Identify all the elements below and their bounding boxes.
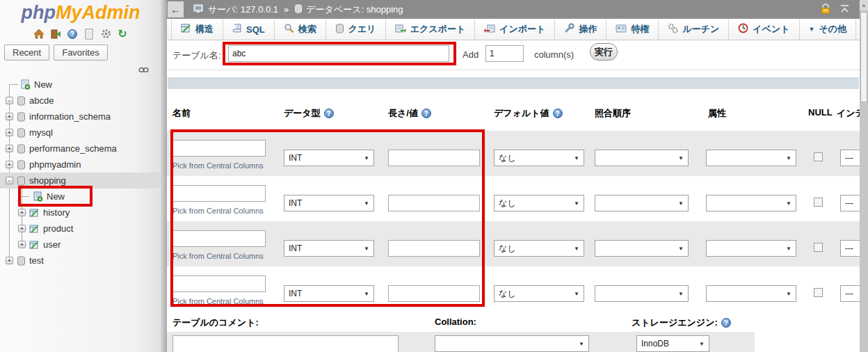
- table-collation-select[interactable]: ▼: [435, 335, 589, 352]
- tab-import[interactable]: インポート: [475, 19, 555, 40]
- index-select[interactable]: ---: [840, 285, 860, 302]
- storage-engine-select[interactable]: InnoDB▼: [636, 335, 709, 352]
- tree-item-user[interactable]: + user: [0, 237, 161, 253]
- database-icon: [17, 96, 26, 106]
- help-icon[interactable]: ?: [324, 109, 334, 118]
- add-columns-input[interactable]: [485, 45, 524, 62]
- tab-operations[interactable]: 操作: [555, 19, 606, 40]
- link-icon[interactable]: [138, 65, 149, 75]
- pick-central-columns-link[interactable]: Pick from Central Columns: [172, 161, 264, 170]
- attributes-select[interactable]: ▼: [706, 150, 796, 166]
- index-select[interactable]: ---: [840, 195, 860, 211]
- length-input[interactable]: [388, 240, 480, 257]
- tree-item-product[interactable]: + product: [0, 221, 161, 237]
- tab-privileges[interactable]: 特権: [606, 19, 659, 40]
- table-name-input[interactable]: [228, 45, 449, 62]
- attributes-select[interactable]: ▼: [706, 195, 796, 211]
- null-checkbox[interactable]: [814, 152, 823, 161]
- table-comments-input[interactable]: [172, 335, 399, 352]
- length-input[interactable]: [388, 285, 480, 302]
- type-select[interactable]: INT▼: [284, 195, 374, 211]
- refresh-icon[interactable]: ↻: [117, 28, 129, 40]
- length-input[interactable]: [388, 195, 480, 211]
- column-name-input[interactable]: [172, 230, 266, 247]
- attributes-select[interactable]: ▼: [706, 240, 796, 257]
- tree-item-information-schema[interactable]: + information_schema: [0, 109, 161, 125]
- null-checkbox[interactable]: [814, 288, 823, 297]
- sidebar-resize-divider[interactable]: [161, 0, 167, 352]
- collapse-toggle[interactable]: -: [6, 177, 13, 184]
- expand-toggle[interactable]: +: [6, 145, 13, 152]
- null-checkbox[interactable]: [814, 243, 823, 252]
- expand-toggle[interactable]: +: [18, 241, 26, 248]
- column-name-input[interactable]: [172, 185, 266, 202]
- tree-item-performance-schema[interactable]: + performance_schema: [0, 141, 161, 157]
- logout-icon[interactable]: [50, 28, 62, 40]
- collation-select[interactable]: ▼: [595, 150, 689, 166]
- default-select[interactable]: なし▼: [494, 240, 584, 257]
- null-checkbox[interactable]: [814, 198, 823, 207]
- breadcrumb-server[interactable]: サーバ: 127.0.0.1: [208, 3, 278, 16]
- table-icon: [29, 224, 40, 234]
- column-name-input[interactable]: [172, 275, 266, 292]
- vertical-scrollbar[interactable]: ▲: [860, 0, 868, 352]
- scrollbar-thumb[interactable]: [860, 12, 867, 102]
- tab-more[interactable]: ▼ その他: [800, 19, 857, 40]
- help-icon[interactable]: ?: [67, 28, 79, 40]
- help-icon[interactable]: ?: [553, 109, 563, 118]
- tab-events[interactable]: イベント: [729, 19, 799, 40]
- type-select[interactable]: INT▼: [284, 150, 374, 166]
- tree-item-mysql[interactable]: + mysql: [0, 125, 161, 141]
- chevron-down-icon: ▼: [809, 26, 815, 33]
- select-arrow-icon: ▼: [786, 291, 791, 297]
- expand-toggle[interactable]: +: [18, 209, 26, 216]
- expand-toggle[interactable]: +: [6, 113, 13, 120]
- pick-central-columns-link[interactable]: Pick from Central Columns: [172, 207, 264, 215]
- docs-icon[interactable]: [83, 28, 95, 40]
- tab-structure[interactable]: 構造: [171, 19, 223, 40]
- scroll-up-icon[interactable]: ▲: [860, 0, 868, 10]
- index-select[interactable]: ---: [840, 150, 860, 166]
- column-name-input[interactable]: [172, 140, 266, 157]
- tree-item-abcde[interactable]: - abcde: [0, 93, 161, 109]
- expand-toggle[interactable]: +: [18, 225, 26, 232]
- favorites-button[interactable]: Favorites: [54, 45, 107, 61]
- type-select[interactable]: INT▼: [284, 285, 374, 302]
- back-button[interactable]: ←: [168, 1, 184, 17]
- tab-sql[interactable]: SQL: [223, 19, 275, 40]
- length-input[interactable]: [388, 150, 480, 166]
- default-select[interactable]: なし▼: [494, 195, 584, 211]
- pick-central-columns-link[interactable]: Pick from Central Columns: [172, 252, 264, 260]
- tab-search[interactable]: 検索: [275, 19, 326, 40]
- attributes-select[interactable]: ▼: [706, 285, 796, 302]
- tab-routines[interactable]: ルーチン: [659, 19, 729, 40]
- type-select[interactable]: INT▼: [284, 240, 374, 257]
- tree-item-new-database[interactable]: New: [0, 77, 161, 93]
- tree-item-new-table[interactable]: New: [0, 189, 161, 205]
- tree-item-test[interactable]: + test: [0, 253, 161, 269]
- tab-export[interactable]: エクスポート: [386, 19, 476, 40]
- breadcrumb-database[interactable]: データベース: shopping: [306, 3, 403, 16]
- home-icon[interactable]: [33, 28, 45, 40]
- index-select[interactable]: ---: [840, 240, 860, 257]
- collation-select[interactable]: ▼: [595, 195, 689, 211]
- help-icon[interactable]: ?: [721, 318, 731, 328]
- help-icon[interactable]: ?: [421, 109, 431, 118]
- collation-select[interactable]: ▼: [595, 285, 689, 302]
- collation-select[interactable]: ▼: [595, 240, 689, 257]
- expand-toggle[interactable]: +: [6, 257, 13, 264]
- tree-item-phpmyadmin[interactable]: + phpmyadmin: [0, 157, 161, 173]
- recent-button[interactable]: Recent: [4, 45, 49, 61]
- tree-item-history[interactable]: + history: [0, 205, 161, 221]
- tab-query[interactable]: クエリ: [326, 19, 386, 40]
- settings-gear-icon[interactable]: [100, 28, 112, 40]
- collapse-toggle[interactable]: -: [6, 97, 13, 104]
- tree-item-shopping[interactable]: - shopping: [0, 173, 161, 189]
- collapse-top-icon[interactable]: [839, 4, 850, 15]
- pick-central-columns-link[interactable]: Pick from Central Columns: [172, 297, 264, 305]
- expand-toggle[interactable]: +: [6, 129, 13, 136]
- expand-toggle[interactable]: +: [6, 161, 13, 168]
- go-button[interactable]: 実行: [590, 43, 618, 61]
- default-select[interactable]: なし▼: [494, 150, 584, 166]
- default-select[interactable]: なし▼: [494, 285, 584, 302]
